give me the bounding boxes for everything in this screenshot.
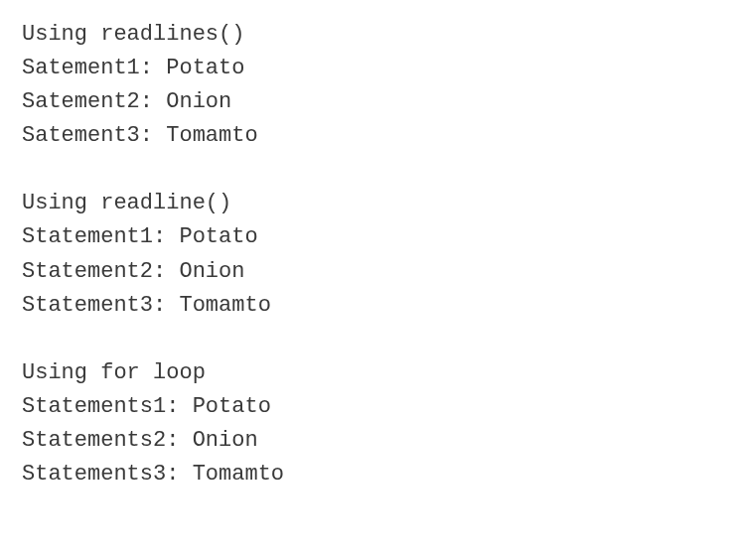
output-line: Statement3: Tomamto — [22, 289, 710, 323]
output-line: Satement2: Onion — [22, 85, 710, 119]
block-header: Using readline() — [22, 187, 710, 220]
output-block-readlines: Using readlines() Satement1: Potato Sate… — [22, 18, 710, 153]
output-line: Satement1: Potato — [22, 52, 710, 85]
output-line: Statement1: Potato — [22, 220, 710, 254]
output-line: Statements3: Tomamto — [22, 458, 710, 491]
output-line: Statements2: Onion — [22, 424, 710, 458]
output-line: Satement3: Tomamto — [22, 119, 710, 153]
output-block-forloop: Using for loop Statements1: Potato State… — [22, 356, 710, 491]
block-header: Using readlines() — [22, 18, 710, 52]
output-block-readline: Using readline() Statement1: Potato Stat… — [22, 187, 710, 322]
output-line: Statement2: Onion — [22, 255, 710, 289]
output-line: Statements1: Potato — [22, 390, 710, 424]
block-header: Using for loop — [22, 356, 710, 390]
